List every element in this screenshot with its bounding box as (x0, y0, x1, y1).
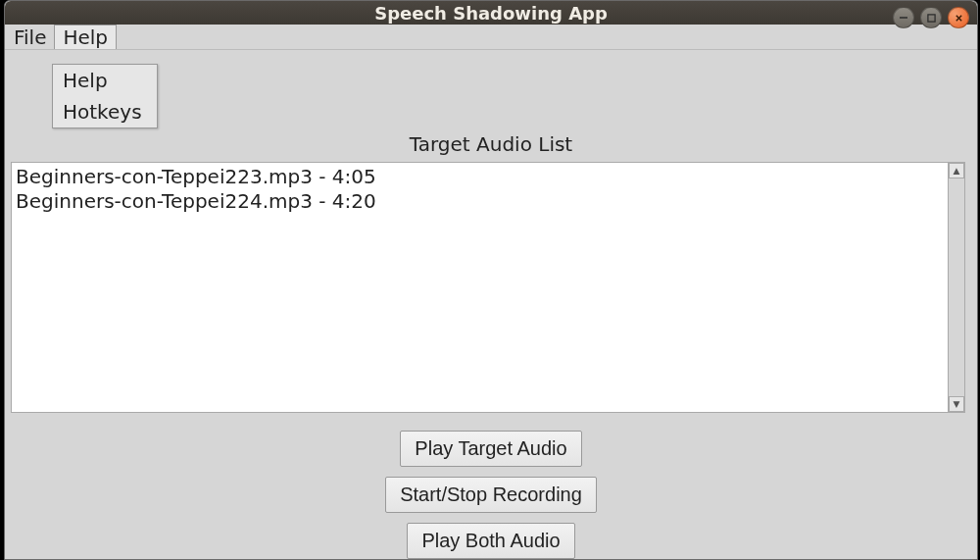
play-target-audio-button[interactable]: Play Target Audio (400, 431, 581, 467)
titlebar: Speech Shadowing App (5, 1, 977, 25)
minimize-button[interactable] (893, 7, 914, 28)
maximize-button[interactable] (920, 7, 942, 28)
dropdown-item-hotkeys[interactable]: Hotkeys (53, 96, 157, 127)
scroll-up-button[interactable]: ▲ (949, 163, 964, 178)
scroll-down-button[interactable]: ▼ (949, 396, 964, 412)
svg-rect-1 (927, 14, 934, 21)
buttons-area: Play Target Audio Start/Stop Recording P… (5, 431, 977, 559)
play-both-audio-button[interactable]: Play Both Audio (407, 523, 574, 559)
window-title: Speech Shadowing App (374, 3, 608, 24)
list-item[interactable]: Beginners-con-Teppei224.mp3 - 4:20 (16, 189, 944, 214)
scroll-track[interactable] (949, 179, 964, 395)
start-stop-recording-button[interactable]: Start/Stop Recording (385, 477, 597, 513)
close-button[interactable] (948, 7, 969, 28)
menubar: File Help (5, 25, 977, 50)
listbox-scrollbar[interactable]: ▲ ▼ (948, 163, 964, 412)
menu-help[interactable]: Help (54, 25, 117, 49)
listbox-container: Beginners-con-Teppei223.mp3 - 4:05 Begin… (11, 162, 965, 413)
help-dropdown: Help Hotkeys (52, 64, 158, 128)
list-heading: Target Audio List (5, 132, 977, 156)
target-audio-listbox[interactable]: Beginners-con-Teppei223.mp3 - 4:05 Begin… (12, 163, 948, 412)
window-controls (893, 7, 969, 28)
menu-file[interactable]: File (6, 25, 54, 49)
dropdown-item-help[interactable]: Help (53, 65, 157, 96)
list-item[interactable]: Beginners-con-Teppei223.mp3 - 4:05 (16, 165, 944, 189)
app-window: Speech Shadowing App File Help Help Hotk… (4, 0, 978, 560)
